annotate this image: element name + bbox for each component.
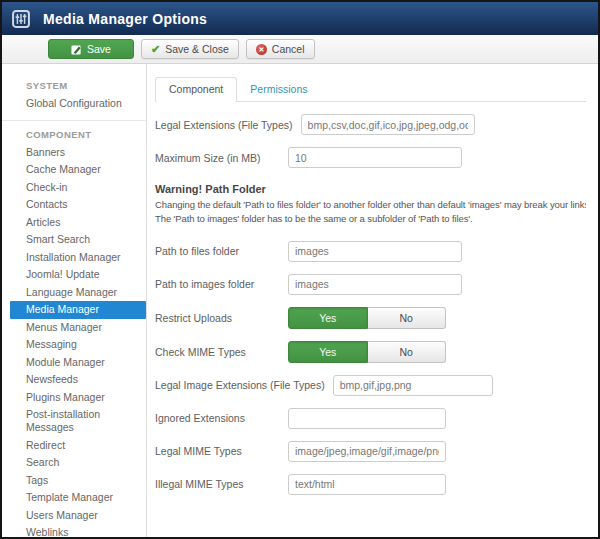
sidebar-item-global-configuration[interactable]: Global Configuration bbox=[2, 95, 146, 113]
sidebar-item-module-manager[interactable]: Module Manager bbox=[2, 354, 146, 372]
sidebar-item-smart-search[interactable]: Smart Search bbox=[2, 231, 146, 249]
sidebar-item-newsfeeds[interactable]: Newsfeeds bbox=[2, 371, 146, 389]
sidebar-item-redirect[interactable]: Redirect bbox=[2, 437, 146, 455]
sidebar-item-template-manager[interactable]: Template Manager bbox=[2, 489, 146, 507]
sidebar-item-articles[interactable]: Articles bbox=[2, 214, 146, 232]
content-panel: Component Permissions Legal Extensions (… bbox=[147, 64, 598, 539]
save-pencil-icon bbox=[71, 44, 82, 55]
warning-title: Warning! Path Folder bbox=[155, 183, 586, 195]
form-row-maximum-size: Maximum Size (in MB) bbox=[155, 147, 586, 168]
sidebar-item-post-installation-messages[interactable]: Post-installation Messages bbox=[2, 406, 146, 437]
warning-line-1: Changing the default 'Path to files fold… bbox=[155, 198, 586, 212]
tab-permissions[interactable]: Permissions bbox=[237, 78, 320, 101]
path-files-label: Path to files folder bbox=[155, 245, 288, 257]
ignored-extensions-label: Ignored Extensions bbox=[155, 412, 288, 424]
restrict-uploads-toggle: Yes No bbox=[288, 307, 446, 329]
maximum-size-input[interactable] bbox=[288, 147, 462, 168]
cancel-button[interactable]: ✕ Cancel bbox=[246, 39, 315, 59]
form-row-path-files: Path to files folder bbox=[155, 241, 586, 262]
tab-component[interactable]: Component bbox=[155, 77, 237, 102]
legal-image-extensions-input[interactable] bbox=[333, 375, 493, 396]
save-button[interactable]: Save bbox=[48, 39, 134, 59]
page-header: Media Manager Options bbox=[2, 2, 598, 35]
options-form: Legal Extensions (File Types) Maximum Si… bbox=[155, 102, 586, 495]
toolbar: Save ✔ Save & Close ✕ Cancel bbox=[2, 35, 598, 64]
cancel-x-icon: ✕ bbox=[256, 44, 267, 55]
restrict-uploads-yes-button[interactable]: Yes bbox=[288, 307, 368, 329]
restrict-uploads-label: Restrict Uploads bbox=[155, 312, 288, 324]
sidebar-item-media-manager[interactable]: Media Manager bbox=[10, 301, 146, 319]
path-files-input[interactable] bbox=[288, 241, 462, 262]
sidebar-system-header: SYSTEM bbox=[2, 74, 146, 95]
sidebar-item-plugins-manager[interactable]: Plugins Manager bbox=[2, 389, 146, 407]
maximum-size-label: Maximum Size (in MB) bbox=[155, 152, 288, 164]
path-images-label: Path to images folder bbox=[155, 278, 288, 290]
sidebar-item-weblinks[interactable]: Weblinks bbox=[2, 524, 146, 539]
sidebar-item-joomla-update[interactable]: Joomla! Update bbox=[2, 266, 146, 284]
sidebar-item-contacts[interactable]: Contacts bbox=[2, 196, 146, 214]
save-and-close-button[interactable]: ✔ Save & Close bbox=[141, 39, 239, 59]
sidebar-item-messaging[interactable]: Messaging bbox=[2, 336, 146, 354]
path-images-input[interactable] bbox=[288, 274, 462, 295]
check-mime-toggle: Yes No bbox=[288, 341, 446, 363]
sidebar-item-installation-manager[interactable]: Installation Manager bbox=[2, 249, 146, 267]
save-button-label: Save bbox=[87, 43, 111, 55]
form-row-restrict-uploads: Restrict Uploads Yes No bbox=[155, 307, 586, 329]
sidebar-item-language-manager[interactable]: Language Manager bbox=[2, 284, 146, 302]
sidebar-item-banners[interactable]: Banners bbox=[2, 144, 146, 162]
form-row-illegal-mime-types: Illegal MIME Types bbox=[155, 474, 586, 495]
form-row-ignored-extensions: Ignored Extensions bbox=[155, 408, 586, 429]
page-title: Media Manager Options bbox=[43, 11, 207, 27]
form-row-check-mime: Check MIME Types Yes No bbox=[155, 341, 586, 363]
legal-mime-types-input[interactable] bbox=[288, 441, 446, 462]
cancel-button-label: Cancel bbox=[272, 43, 305, 55]
legal-extensions-input[interactable] bbox=[301, 114, 475, 135]
sidebar-item-check-in[interactable]: Check-in bbox=[2, 179, 146, 197]
illegal-mime-types-label: Illegal MIME Types bbox=[155, 478, 288, 490]
legal-mime-types-label: Legal MIME Types bbox=[155, 445, 288, 457]
path-folder-warning: Warning! Path Folder Changing the defaul… bbox=[155, 183, 586, 226]
tab-bar: Component Permissions bbox=[155, 77, 586, 102]
sidebar-item-search[interactable]: Search bbox=[2, 454, 146, 472]
illegal-mime-types-input[interactable] bbox=[288, 474, 446, 495]
save-and-close-button-label: Save & Close bbox=[165, 43, 229, 55]
form-row-legal-image-extensions: Legal Image Extensions (File Types) bbox=[155, 375, 586, 396]
sidebar-item-tags[interactable]: Tags bbox=[2, 472, 146, 490]
legal-image-extensions-label: Legal Image Extensions (File Types) bbox=[155, 379, 333, 391]
sidebar-item-users-manager[interactable]: Users Manager bbox=[2, 507, 146, 525]
check-icon: ✔ bbox=[151, 44, 160, 55]
media-manager-options-window: Media Manager Options Save ✔ Save & Clos… bbox=[0, 0, 600, 539]
check-mime-yes-button[interactable]: Yes bbox=[288, 341, 368, 363]
restrict-uploads-no-button[interactable]: No bbox=[368, 307, 447, 329]
sidebar-item-cache-manager[interactable]: Cache Manager bbox=[2, 161, 146, 179]
form-row-path-images: Path to images folder bbox=[155, 274, 586, 295]
sidebar-divider bbox=[2, 120, 146, 121]
sidebar: SYSTEM Global Configuration COMPONENT Ba… bbox=[2, 64, 147, 539]
sidebar-component-header: COMPONENT bbox=[2, 123, 146, 144]
options-sliders-icon bbox=[12, 10, 30, 28]
form-row-legal-mime-types: Legal MIME Types bbox=[155, 441, 586, 462]
ignored-extensions-input[interactable] bbox=[288, 408, 446, 429]
check-mime-no-button[interactable]: No bbox=[368, 341, 447, 363]
legal-extensions-label: Legal Extensions (File Types) bbox=[155, 119, 301, 131]
form-row-legal-extensions: Legal Extensions (File Types) bbox=[155, 114, 586, 135]
check-mime-label: Check MIME Types bbox=[155, 346, 288, 358]
warning-line-2: The 'Path to images' folder has to be th… bbox=[155, 212, 586, 226]
sidebar-item-menus-manager[interactable]: Menus Manager bbox=[2, 319, 146, 337]
